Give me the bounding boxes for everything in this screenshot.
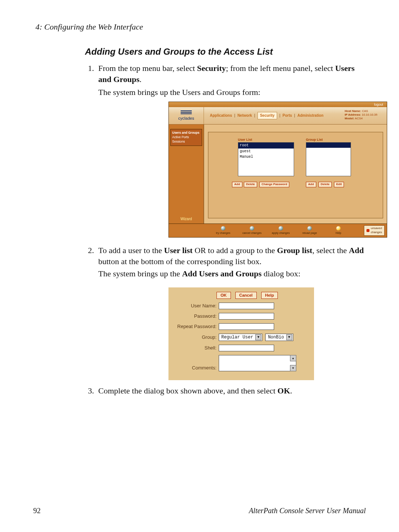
user-delete-button[interactable]: Delete xyxy=(244,182,257,187)
nav-active-ports-sessions[interactable]: Active Ports Sessions xyxy=(172,135,200,144)
help-icon xyxy=(336,226,341,231)
menu-ports[interactable]: Ports xyxy=(283,113,292,118)
user-list-item[interactable]: Manuel xyxy=(238,154,294,160)
apply-changes-button[interactable]: apply changes xyxy=(269,226,292,235)
cancel-changes-button[interactable]: cancel changes xyxy=(241,226,263,235)
group-extra-select[interactable]: NonBio ▼ xyxy=(265,334,293,341)
menu-administration[interactable]: Administration xyxy=(297,113,324,118)
host-info-panel: Host Name: CAS IP Address: 10.10.10.35 M… xyxy=(342,107,387,124)
menu-applications[interactable]: Applications xyxy=(210,113,232,118)
repeat-password-label: Repeat Password: xyxy=(173,323,219,330)
running-header: 4: Configuring the Web Interface xyxy=(35,22,366,32)
page-number: 92 xyxy=(33,507,41,515)
flag-icon xyxy=(366,229,369,232)
logo-bars-icon xyxy=(181,110,192,115)
scroll-up-icon[interactable]: ▴ xyxy=(290,355,296,361)
user-list-item[interactable]: guest xyxy=(238,149,294,154)
group-list-item[interactable] xyxy=(306,143,351,148)
unsaved-changes-indicator: unsaved changes xyxy=(364,225,385,236)
window-top-bar: logout xyxy=(169,102,387,107)
group-label: Group: xyxy=(173,334,219,341)
dot-icon xyxy=(279,226,283,231)
scroll-down-icon[interactable]: ▾ xyxy=(290,365,296,371)
wizard-button[interactable]: Wizard xyxy=(169,216,204,222)
user-list-title: User List xyxy=(238,137,252,142)
dot-icon xyxy=(221,226,225,231)
username-field[interactable] xyxy=(219,303,274,309)
group-list-box[interactable] xyxy=(306,142,351,176)
cancel-button[interactable]: Cancel xyxy=(235,292,257,299)
step-1-caption: The system brings up the Users and Group… xyxy=(98,88,260,97)
window-footer: try changes cancel changes apply changes xyxy=(169,224,387,237)
comments-textarea[interactable]: ▴ ▾ xyxy=(219,355,296,371)
section-title: Adding Users and Groups to the Access Li… xyxy=(85,47,366,57)
top-menu: Applications | Network | Security | Port… xyxy=(204,107,342,124)
help-button[interactable]: Help xyxy=(327,226,350,235)
brand-logo: cyclades xyxy=(169,107,204,124)
group-delete-button[interactable]: Delete xyxy=(318,182,332,187)
step-3: Complete the dialog box shown above, and… xyxy=(96,385,366,396)
password-label: Password: xyxy=(173,313,219,320)
repeat-password-field[interactable] xyxy=(219,323,274,330)
main-content: User List root guest Manuel Add Delete C… xyxy=(204,125,387,224)
user-add-button[interactable]: Add xyxy=(232,182,242,187)
reload-page-button[interactable]: reload page xyxy=(298,226,321,235)
document-page: 4: Configuring the Web Interface Adding … xyxy=(0,0,399,532)
page-footer: 92 AlterPath Console Server User Manual xyxy=(33,507,366,515)
menu-security[interactable]: Security xyxy=(258,112,277,119)
dot-icon xyxy=(307,226,312,231)
menu-network[interactable]: Network xyxy=(238,113,252,118)
nav-users-groups[interactable]: Users and Groups xyxy=(172,131,200,135)
step-1: From the top menu bar, select Security; … xyxy=(96,63,366,238)
users-groups-screenshot: logout cyclades Applications | Network | xyxy=(168,102,366,238)
shell-field[interactable] xyxy=(219,345,274,351)
username-label: User Name: xyxy=(173,303,219,309)
group-edit-button[interactable]: Edit xyxy=(334,182,344,187)
user-changepw-button[interactable]: Change Password xyxy=(259,182,289,187)
add-user-dialog-screenshot: OK Cancel Help User Name: Password: Repe… xyxy=(168,287,366,380)
dot-icon xyxy=(250,226,254,231)
ok-button[interactable]: OK xyxy=(216,292,231,299)
password-field[interactable] xyxy=(219,313,274,320)
chevron-down-icon: ▼ xyxy=(255,334,261,340)
group-add-button[interactable]: Add xyxy=(306,182,316,187)
user-list-box[interactable]: root guest Manuel xyxy=(238,142,294,176)
user-list-item[interactable]: root xyxy=(238,143,294,149)
steps-list: From the top menu bar, select Security; … xyxy=(85,63,366,396)
chevron-down-icon: ▼ xyxy=(286,334,292,340)
comments-label: Comments: xyxy=(173,365,219,371)
step-2: To add a user to the User list OR to add… xyxy=(96,245,366,380)
try-changes-button[interactable]: try changes xyxy=(212,226,235,235)
left-nav: Users and Groups Active Ports Sessions W… xyxy=(169,125,204,224)
manual-title: AlterPath Console Server User Manual xyxy=(249,507,366,515)
group-select[interactable]: Regular User ▼ xyxy=(219,334,262,341)
shell-label: Shell: xyxy=(173,345,219,351)
help-button[interactable]: Help xyxy=(261,292,278,299)
logout-link[interactable]: logout xyxy=(374,102,383,107)
group-list-title: Group List xyxy=(306,137,323,142)
